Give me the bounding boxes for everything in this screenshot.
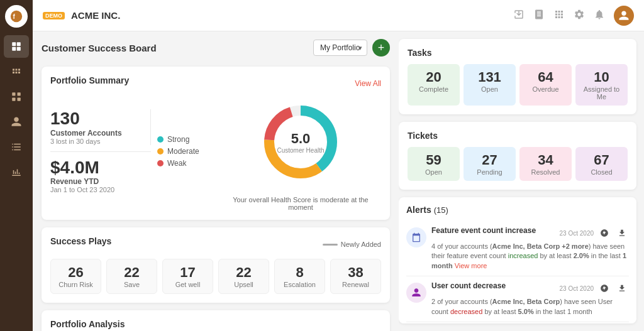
play-save-label: Save [109, 281, 154, 288]
revenue-stat: $4.0M Revenue YTD Jan 1 to Oct 23 2020 [50, 151, 151, 194]
revenue-number: $4.0M [50, 158, 151, 178]
sidebar-item-people[interactable] [4, 111, 29, 133]
tasks-card: Tasks 20 Complete 131 Open 64 Overdue [399, 39, 636, 114]
alert-user-icon-wrap [406, 283, 426, 303]
sidebar-item-grid[interactable] [4, 60, 29, 83]
alert-feature-body: Feature event count increase 23 Oct 2020 [431, 226, 629, 271]
add-button[interactable]: + [372, 39, 390, 57]
svg-rect-4 [12, 47, 16, 51]
alert-user-action-download[interactable] [615, 281, 629, 295]
svg-rect-8 [12, 98, 15, 101]
tickets-pending-number: 27 [467, 152, 512, 168]
play-churn-risk: 26 Churn Risk [50, 259, 101, 294]
notifications-icon[interactable] [594, 9, 605, 22]
svg-rect-2 [12, 42, 16, 46]
alert-user-desc: 2 of your accounts (Acme Inc, Beta Corp)… [431, 297, 629, 317]
portfolio-stats: 130 Customer Accounts 3 lost in 30 days … [50, 109, 151, 194]
play-renewal-label: Renewal [333, 281, 378, 288]
donut-label: 5.0 Customer Health [277, 131, 324, 154]
tasks-grid: 20 Complete 131 Open 64 Overdue 10 Assig… [408, 64, 628, 106]
tickets-resolved-number: 34 [523, 152, 568, 168]
sidebar-item-filter[interactable] [4, 136, 29, 158]
alert-feature-pct: 2.0% [574, 252, 589, 259]
demo-badge: DEMO [43, 12, 65, 19]
alert-user-title: User count decrease [431, 281, 506, 290]
company-name: ACME INC. [71, 10, 507, 21]
tickets-closed-number: 67 [579, 152, 624, 168]
alert-feature-action-a[interactable] [597, 226, 611, 240]
health-score-label: Customer Health [277, 147, 324, 154]
legend-moderate-label: Moderate [167, 147, 199, 156]
accounts-sub: 3 lost in 30 days [50, 138, 140, 145]
content-area: Customer Success Board My Portfolio + Po… [33, 31, 644, 331]
legend-weak-dot [157, 160, 164, 166]
topbar-icons [513, 6, 634, 26]
left-panel: Customer Success Board My Portfolio + Po… [33, 31, 399, 331]
sidebar-item-analytics[interactable] [4, 161, 29, 183]
tasks-complete-label: Complete [411, 85, 456, 93]
alert-feature-trend: increased [508, 252, 538, 259]
legend-weak-label: Weak [167, 159, 186, 168]
newly-added-line [323, 244, 338, 246]
alert-feature-view-more[interactable]: View more [455, 262, 487, 269]
tasks-assigned: 10 Assigned to Me [575, 64, 628, 106]
tickets-open: 59 Open [408, 147, 460, 181]
play-renewal-number: 38 [333, 264, 378, 281]
play-get-well: 17 Get well [162, 259, 213, 294]
main-area: DEMO ACME INC. [33, 0, 644, 331]
tasks-title: Tasks [408, 48, 628, 58]
success-plays-header: Success Plays Newly Added [50, 236, 381, 252]
svg-rect-3 [17, 42, 21, 46]
play-escalation: 8 Escalation [274, 259, 325, 294]
portfolio-select[interactable]: My Portfolio [313, 40, 367, 56]
alert-item-user: User count decrease 23 Oct 2020 [406, 276, 629, 322]
sidebar-item-apps[interactable] [4, 85, 29, 108]
right-panel: Tasks 20 Complete 131 Open 64 Overdue [399, 31, 644, 331]
grid-icon[interactable] [553, 9, 565, 22]
alert-user-action-a[interactable] [597, 281, 611, 295]
tickets-resolved: 34 Resolved [519, 147, 572, 181]
health-legend: Strong Moderate Weak [157, 135, 214, 168]
portfolio-summary-card: Portfolio Summary View All 130 Customer … [42, 67, 390, 220]
success-plays-card: Success Plays Newly Added 26 Churn Risk … [42, 227, 390, 303]
tickets-card: Tickets 59 Open 27 Pending 34 Resolved [399, 122, 636, 190]
donut-chart: 5.0 Customer Health [257, 92, 345, 192]
tickets-open-number: 59 [411, 152, 456, 168]
alerts-card: Alerts (15) Feature event count increase… [399, 197, 636, 323]
tickets-closed-label: Closed [579, 168, 624, 176]
alerts-title: Alerts [406, 205, 431, 215]
legend-moderate-dot [157, 148, 164, 155]
tickets-resolved-label: Resolved [523, 168, 568, 176]
alert-feature-action-download[interactable] [615, 226, 629, 240]
revenue-sub: Jan 1 to Oct 23 2020 [50, 186, 151, 193]
app-logo[interactable]: f [5, 5, 28, 28]
revenue-label: Revenue YTD [50, 177, 151, 186]
alert-feature-accounts: Acme Inc, Beta Corp +2 more [492, 242, 589, 250]
play-churn-risk-number: 26 [53, 264, 98, 281]
play-get-well-number: 17 [165, 264, 210, 281]
settings-icon[interactable] [574, 9, 585, 22]
alerts-header: Alerts (15) [406, 205, 629, 215]
download-icon[interactable] [513, 9, 525, 22]
play-save: 22 Save [106, 259, 157, 294]
svg-rect-6 [12, 92, 15, 95]
view-all-link[interactable]: View All [355, 79, 381, 88]
legend-strong-label: Strong [167, 135, 189, 144]
svg-rect-7 [18, 92, 21, 95]
sidebar-item-dashboard[interactable] [4, 35, 29, 58]
svg-rect-9 [18, 98, 21, 101]
alert-feature-actions: 23 Oct 2020 [560, 226, 629, 240]
portfolio-summary-inner: 130 Customer Accounts 3 lost in 30 days … [50, 92, 381, 211]
book-icon[interactable] [533, 9, 545, 22]
tasks-open-label: Open [467, 85, 512, 93]
alert-user-header: User count decrease 23 Oct 2020 [431, 281, 629, 295]
accounts-label: Customer Accounts [50, 129, 140, 138]
page-title-row: Customer Success Board My Portfolio + [42, 39, 390, 57]
tasks-overdue-number: 64 [523, 69, 568, 85]
donut-section: 5.0 Customer Health Your overall Health … [220, 92, 381, 211]
portfolio-analysis-card: Portfolio Analysis [42, 310, 390, 331]
user-avatar[interactable] [614, 6, 634, 26]
portfolio-summary-title: Portfolio Summary [50, 75, 129, 85]
tickets-pending-label: Pending [467, 168, 512, 176]
sidebar: f [0, 0, 33, 331]
